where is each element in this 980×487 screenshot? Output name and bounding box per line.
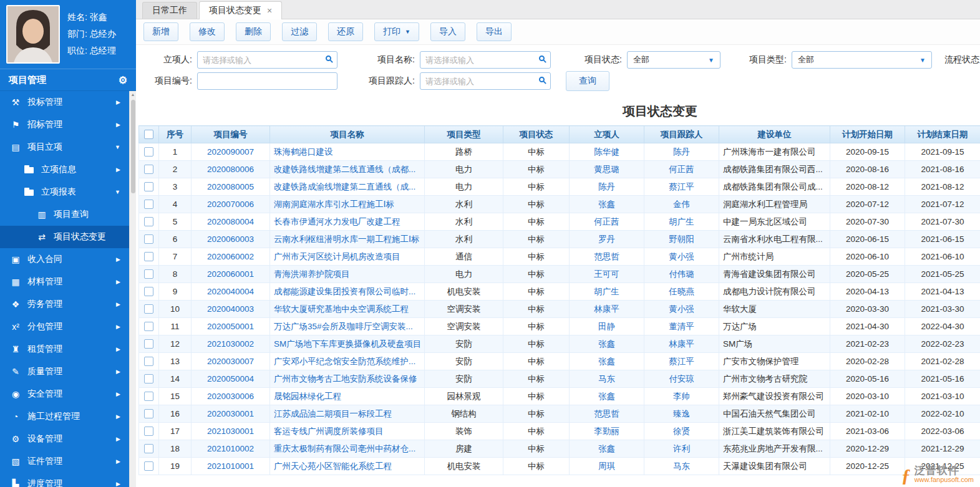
cell-name[interactable]: 客运专线广州调度所装修项目 bbox=[270, 423, 425, 440]
row-checkbox[interactable] bbox=[144, 217, 153, 226]
sidebar-item-initiation-info[interactable]: 立项信息▶ bbox=[0, 158, 129, 181]
cell-name[interactable]: 长春市伊通河水力发电厂改建工程 bbox=[270, 213, 425, 231]
filter-button[interactable]: 过滤 bbox=[282, 22, 317, 41]
cell-name[interactable]: 广州市天河区统计局机房改造项目 bbox=[270, 248, 425, 266]
cell-code[interactable]: 2020030007 bbox=[192, 353, 270, 370]
sidebar-item-certificate-management[interactable]: ▧证件管理▶ bbox=[0, 450, 129, 473]
project-code-input[interactable] bbox=[197, 72, 337, 90]
cell-tracker[interactable]: 马东 bbox=[644, 458, 719, 475]
cell-name[interactable]: 改建铁路线增建第二线直通线（成都... bbox=[270, 161, 425, 178]
close-icon[interactable]: × bbox=[267, 7, 272, 14]
cell-name[interactable]: 珠海鹤港口建设 bbox=[270, 143, 425, 161]
row-checkbox[interactable] bbox=[144, 409, 153, 418]
cell-tracker[interactable]: 黄小强 bbox=[644, 301, 719, 318]
export-button[interactable]: 导出 bbox=[477, 22, 512, 41]
cell-name[interactable]: 晟铭园林绿化工程 bbox=[270, 388, 425, 405]
cell-code[interactable]: 2020070006 bbox=[192, 196, 270, 213]
cell-code[interactable]: 2020090007 bbox=[192, 143, 270, 161]
cell-code[interactable]: 2020080004 bbox=[192, 213, 270, 231]
row-checkbox[interactable] bbox=[144, 182, 153, 191]
row-checkbox[interactable] bbox=[144, 234, 153, 244]
cell-initiator[interactable]: 陈丹 bbox=[570, 178, 644, 196]
row-checkbox[interactable] bbox=[144, 147, 153, 157]
cell-initiator[interactable]: 陈华健 bbox=[570, 143, 644, 161]
sidebar-item-subcontract-management[interactable]: x²分包管理▶ bbox=[0, 316, 129, 338]
cell-tracker[interactable]: 蔡江平 bbox=[644, 178, 719, 196]
row-checkbox[interactable] bbox=[144, 200, 153, 209]
cell-tracker[interactable]: 野朝阳 bbox=[644, 231, 719, 248]
search-icon[interactable] bbox=[539, 55, 545, 61]
cell-name[interactable]: 华软大厦研究基地中央空调系统工程 bbox=[270, 301, 425, 318]
cell-code[interactable]: 2021030001 bbox=[192, 423, 270, 440]
cell-initiator[interactable]: 王可可 bbox=[570, 266, 644, 283]
cell-initiator[interactable]: 张鑫 bbox=[570, 440, 644, 458]
cell-code[interactable]: 2020040003 bbox=[192, 301, 270, 318]
cell-name[interactable]: 青海洪湖养护院项目 bbox=[270, 266, 425, 283]
cell-tracker[interactable]: 臻逸 bbox=[644, 405, 719, 423]
print-button[interactable]: 打印▼ bbox=[374, 22, 419, 41]
add-button[interactable]: 新增 bbox=[143, 22, 178, 41]
project-name-input[interactable] bbox=[420, 51, 551, 69]
row-checkbox[interactable] bbox=[144, 427, 153, 436]
cell-tracker[interactable]: 董清平 bbox=[644, 318, 719, 335]
cell-name[interactable]: 万达广场35#会所及咖啡厅空调安装... bbox=[270, 318, 425, 335]
row-checkbox[interactable] bbox=[144, 304, 153, 314]
cell-initiator[interactable]: 林康平 bbox=[570, 301, 644, 318]
cell-tracker[interactable]: 付安琼 bbox=[644, 370, 719, 388]
row-checkbox[interactable] bbox=[144, 374, 153, 383]
cell-code[interactable]: 2020030006 bbox=[192, 388, 270, 405]
cell-code[interactable]: 2020060002 bbox=[192, 248, 270, 266]
cell-code[interactable]: 2021010001 bbox=[192, 458, 270, 475]
row-checkbox[interactable] bbox=[144, 287, 153, 296]
cell-name[interactable]: 重庆太极制药有限公司亳州中药材仓... bbox=[270, 440, 425, 458]
sidebar-scrollbar[interactable]: ▲ bbox=[129, 91, 136, 487]
cell-initiator[interactable]: 周琪 bbox=[570, 458, 644, 475]
cell-tracker[interactable]: 胡广生 bbox=[644, 213, 719, 231]
cell-code[interactable]: 2020050001 bbox=[192, 318, 270, 335]
cell-name[interactable]: 广州市文物考古工地安防系统设备保修 bbox=[270, 370, 425, 388]
cell-name[interactable]: 改建铁路成渝线增建第二直通线（成... bbox=[270, 178, 425, 196]
row-checkbox[interactable] bbox=[144, 461, 153, 471]
cell-name[interactable]: 广州天心苑小区智能化系统工程 bbox=[270, 458, 425, 475]
cell-tracker[interactable]: 何正茜 bbox=[644, 161, 719, 178]
cell-tracker[interactable]: 陈丹 bbox=[644, 143, 719, 161]
tracker-input[interactable] bbox=[420, 72, 551, 90]
search-button[interactable]: 查询 bbox=[566, 71, 609, 91]
import-button[interactable]: 导入 bbox=[430, 22, 465, 41]
cell-code[interactable]: 2021030002 bbox=[192, 335, 270, 353]
tab-daily-work[interactable]: 日常工作 bbox=[142, 2, 197, 19]
cell-code[interactable]: 2020080006 bbox=[192, 161, 270, 178]
sidebar-item-construction-process[interactable]: ◔施工过程管理▶ bbox=[0, 405, 129, 428]
cell-code[interactable]: 2020060001 bbox=[192, 266, 270, 283]
project-status-select[interactable]: 全部 ▼ bbox=[627, 51, 720, 69]
cell-name[interactable]: 广安邓小平纪念馆安全防范系统维护... bbox=[270, 353, 425, 370]
delete-button[interactable]: 删除 bbox=[236, 22, 271, 41]
sidebar-item-project-status-change[interactable]: ⇄项目状态变更 bbox=[0, 226, 129, 248]
cell-initiator[interactable]: 田静 bbox=[570, 318, 644, 335]
cell-initiator[interactable]: 何正茜 bbox=[570, 213, 644, 231]
cell-code[interactable]: 2021010002 bbox=[192, 440, 270, 458]
cell-initiator[interactable]: 张鑫 bbox=[570, 196, 644, 213]
cell-code[interactable]: 2020060003 bbox=[192, 231, 270, 248]
sidebar-item-lease-management[interactable]: ♜租赁管理▶ bbox=[0, 338, 129, 360]
restore-button[interactable]: 还原 bbox=[328, 22, 363, 41]
cell-initiator[interactable]: 马东 bbox=[570, 370, 644, 388]
cell-tracker[interactable]: 林康平 bbox=[644, 335, 719, 353]
cell-initiator[interactable]: 张鑫 bbox=[570, 335, 644, 353]
scrollbar-thumb[interactable] bbox=[131, 100, 135, 193]
cell-initiator[interactable]: 范思哲 bbox=[570, 248, 644, 266]
cell-tracker[interactable]: 许利 bbox=[644, 440, 719, 458]
tab-project-status-change[interactable]: 项目状态变更× bbox=[199, 1, 282, 19]
cell-initiator[interactable]: 黄思璐 bbox=[570, 161, 644, 178]
sidebar-item-quality-management[interactable]: ✎质量管理▶ bbox=[0, 360, 129, 383]
search-icon[interactable] bbox=[539, 77, 545, 82]
cell-initiator[interactable]: 胡广生 bbox=[570, 283, 644, 301]
row-checkbox[interactable] bbox=[144, 392, 153, 401]
gear-icon[interactable]: ⚙ bbox=[119, 74, 127, 86]
sidebar-item-labor-management[interactable]: ❖劳务管理▶ bbox=[0, 293, 129, 316]
cell-tracker[interactable]: 付伟璐 bbox=[644, 266, 719, 283]
sidebar-item-initiation-report[interactable]: 立项报表▼ bbox=[0, 181, 129, 203]
cell-tracker[interactable]: 任晓燕 bbox=[644, 283, 719, 301]
row-checkbox[interactable] bbox=[144, 269, 153, 279]
edit-button[interactable]: 修改 bbox=[190, 22, 225, 41]
